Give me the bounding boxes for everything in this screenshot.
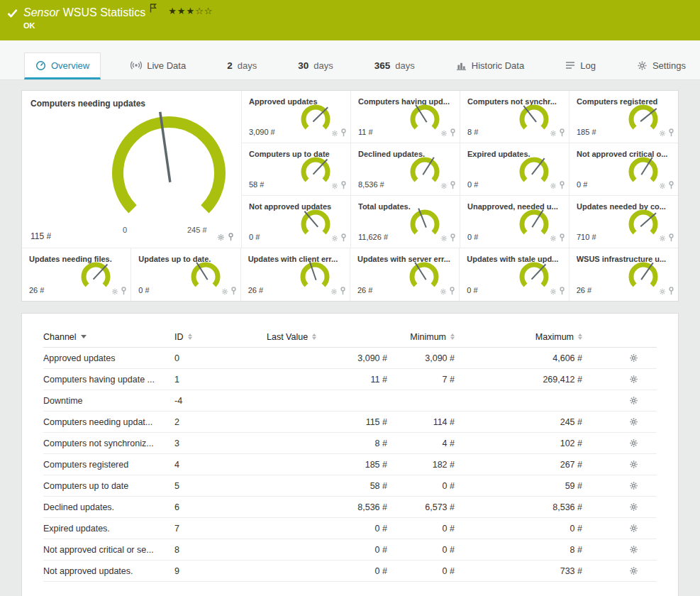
last-value-cell: 115 # xyxy=(245,417,387,427)
tab-historic-data[interactable]: Historic Data xyxy=(445,53,535,79)
table-row[interactable]: Computers not synchroniz...38 #4 #102 # xyxy=(43,433,657,454)
pin-icon[interactable] xyxy=(449,285,455,298)
gear-icon[interactable] xyxy=(331,180,338,192)
pin-icon[interactable] xyxy=(668,127,674,140)
gear-icon[interactable] xyxy=(440,127,448,140)
gear-icon[interactable] xyxy=(111,285,118,298)
channel-settings-gear-icon[interactable] xyxy=(629,396,638,405)
sensor-kind-label: Sensor xyxy=(23,6,60,18)
gear-icon[interactable] xyxy=(659,127,666,140)
pin-icon[interactable] xyxy=(340,180,347,192)
star-filled-icon[interactable]: ★ xyxy=(168,6,177,16)
gear-icon[interactable] xyxy=(440,180,448,192)
pin-icon[interactable] xyxy=(559,232,565,245)
flag-icon[interactable] xyxy=(150,3,157,16)
gear-icon[interactable] xyxy=(659,180,666,192)
pin-icon[interactable] xyxy=(340,127,347,140)
log-icon xyxy=(565,61,575,70)
gauge-cell-icons xyxy=(221,285,237,298)
gear-icon[interactable] xyxy=(550,285,557,298)
pin-icon[interactable] xyxy=(230,285,237,298)
pin-icon[interactable] xyxy=(668,285,674,298)
gauge-value: 710 # xyxy=(577,233,596,241)
table-row[interactable]: Computers up to date558 #0 #59 # xyxy=(43,475,657,497)
gauge-value: 185 # xyxy=(577,128,596,136)
channel-actions-cell xyxy=(582,438,657,448)
table-row[interactable]: Computers having update ...111 #7 #269,4… xyxy=(43,369,657,390)
pin-icon[interactable] xyxy=(559,180,565,192)
gear-icon[interactable] xyxy=(659,232,666,245)
channel-settings-gear-icon[interactable] xyxy=(629,460,638,469)
tab-2-days[interactable]: 2days xyxy=(216,53,268,79)
maximum-cell: 8 # xyxy=(455,545,582,555)
channel-settings-gear-icon[interactable] xyxy=(629,524,638,533)
tab-label: Log xyxy=(580,60,596,71)
star-empty-icon[interactable]: ☆ xyxy=(195,6,204,16)
pin-icon[interactable] xyxy=(668,232,674,245)
table-row[interactable]: Not approved updates.90 #0 #733 # xyxy=(43,561,657,582)
gear-icon[interactable] xyxy=(440,232,448,245)
gear-icon[interactable] xyxy=(550,127,557,140)
channel-settings-gear-icon[interactable] xyxy=(629,502,638,512)
table-row[interactable]: Approved updates03,090 #3,090 #4,606 # xyxy=(43,348,657,369)
table-row[interactable]: Computers needing updat...2115 #114 #245… xyxy=(43,412,657,433)
minimum-cell: 114 # xyxy=(387,417,455,427)
column-header-channel[interactable]: Channel xyxy=(43,332,174,342)
gauge-cell-icons xyxy=(440,285,455,298)
channel-settings-gear-icon[interactable] xyxy=(629,481,638,490)
table-row[interactable]: Downtime-4 xyxy=(43,390,657,412)
pin-icon[interactable] xyxy=(450,232,456,245)
tab-overview[interactable]: Overview xyxy=(24,53,101,79)
pin-icon[interactable] xyxy=(228,231,234,244)
channel-settings-gear-icon[interactable] xyxy=(629,566,638,575)
gauge-cell: Not approved critical o...0 # xyxy=(570,143,678,195)
pin-icon[interactable] xyxy=(340,232,347,245)
table-row[interactable]: Expired updates.70 #0 #0 # xyxy=(43,518,657,539)
column-header-id[interactable]: ID xyxy=(174,332,245,342)
column-header-last-value[interactable]: Last Value xyxy=(245,332,387,342)
table-row[interactable]: Computers registered4185 #182 #267 # xyxy=(43,454,657,475)
gear-icon[interactable] xyxy=(440,285,447,298)
tab-number: 30 xyxy=(298,60,309,71)
gear-icon[interactable] xyxy=(659,285,666,298)
pin-icon[interactable] xyxy=(450,127,456,140)
channel-settings-gear-icon[interactable] xyxy=(629,545,638,554)
table-row[interactable]: Not approved critical or se...80 #0 #8 # xyxy=(43,539,657,561)
channel-settings-gear-icon[interactable] xyxy=(629,438,638,448)
gear-icon[interactable] xyxy=(550,180,557,192)
gear-icon[interactable] xyxy=(221,285,228,298)
gauge-cell: Not approved updates0 # xyxy=(242,196,350,248)
channel-settings-gear-icon[interactable] xyxy=(629,353,638,363)
tab-30-days[interactable]: 30days xyxy=(287,53,345,79)
minimum-cell: 0 # xyxy=(387,481,455,491)
channel-settings-gear-icon[interactable] xyxy=(629,417,638,426)
gear-icon[interactable] xyxy=(331,127,338,140)
star-filled-icon[interactable]: ★ xyxy=(186,6,195,16)
gauge-cell: Computers up to date58 # xyxy=(242,143,350,195)
gear-icon[interactable] xyxy=(331,232,338,245)
tab-log[interactable]: Log xyxy=(554,53,607,79)
gear-icon[interactable] xyxy=(330,285,338,298)
star-empty-icon[interactable]: ☆ xyxy=(204,6,213,16)
tab-live-data[interactable]: Live Data xyxy=(119,53,197,79)
priority-stars[interactable]: ★★★☆☆ xyxy=(168,6,213,16)
column-header-minimum[interactable]: Minimum xyxy=(387,332,455,342)
tab-365-days[interactable]: 365days xyxy=(363,53,426,79)
gear-icon[interactable] xyxy=(550,232,557,245)
pin-icon[interactable] xyxy=(450,180,456,192)
sensor-name: WSUS Statistics xyxy=(63,6,145,18)
pin-icon[interactable] xyxy=(559,127,565,140)
pin-icon[interactable] xyxy=(668,180,674,192)
tab-settings[interactable]: Settings xyxy=(626,53,697,79)
gauge-dial xyxy=(624,154,662,192)
table-row[interactable]: Declined updates.68,536 #6,573 #8,536 # xyxy=(43,497,657,518)
pin-icon[interactable] xyxy=(559,285,565,298)
pin-icon[interactable] xyxy=(121,285,127,298)
channel-actions-cell xyxy=(582,524,657,533)
channel-settings-gear-icon[interactable] xyxy=(629,375,638,384)
gear-icon[interactable] xyxy=(217,231,225,244)
pin-icon[interactable] xyxy=(340,285,346,298)
star-filled-icon[interactable]: ★ xyxy=(177,6,187,16)
column-header-maximum[interactable]: Maximum xyxy=(455,332,582,342)
tab-label: Settings xyxy=(652,60,686,71)
